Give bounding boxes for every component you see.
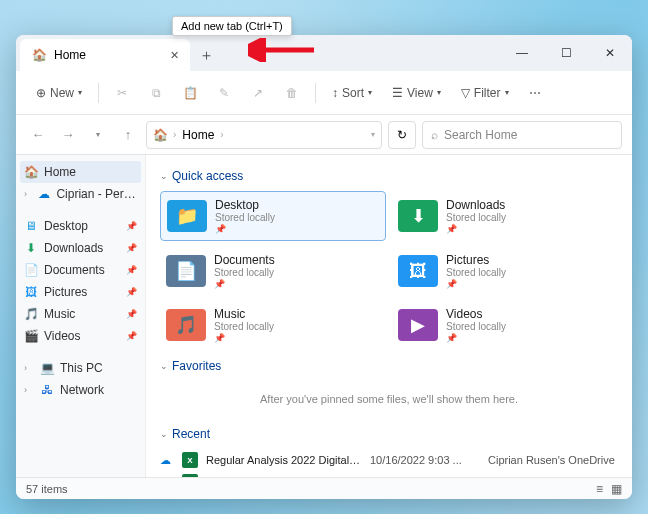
navigation-bar: ← → ▾ ↑ 🏠 › Home › ▾ ↻ ⌕ Search Home xyxy=(16,115,632,155)
excel-icon: X xyxy=(182,474,198,477)
cloud-icon: ☁ xyxy=(160,476,174,478)
home-icon: 🏠 xyxy=(153,128,167,142)
home-icon: 🏠 xyxy=(24,165,38,179)
forward-button[interactable]: → xyxy=(56,123,80,147)
sort-button[interactable]: ↕ Sort ▾ xyxy=(324,82,380,104)
share-icon: ↗ xyxy=(251,86,265,100)
desktop-icon: 🖥 xyxy=(24,219,38,233)
filter-button[interactable]: ▽ Filter ▾ xyxy=(453,82,517,104)
section-quick-access[interactable]: ⌄Quick access xyxy=(160,169,618,183)
pc-icon: 💻 xyxy=(40,361,54,375)
thumbnails-view-button[interactable]: ▦ xyxy=(611,482,622,496)
pin-icon: 📌 xyxy=(126,331,137,341)
details-view-button[interactable]: ≡ xyxy=(596,482,603,496)
new-tab-button[interactable]: ＋ xyxy=(190,39,222,71)
sidebar-item-onedrive[interactable]: › ☁ Ciprian - Personal xyxy=(16,183,145,205)
item-count: 57 items xyxy=(26,483,68,495)
chevron-right-icon: › xyxy=(220,129,223,140)
up-button[interactable]: ↑ xyxy=(116,123,140,147)
folder-icon: 📁 xyxy=(167,200,207,232)
titlebar: 🏠 Home ✕ ＋ — ☐ ✕ xyxy=(16,35,632,71)
favorites-empty-text: After you've pinned some files, we'll sh… xyxy=(160,381,618,421)
cut-button[interactable]: ✂ xyxy=(107,82,137,104)
sidebar-item-thispc[interactable]: ›💻This PC xyxy=(16,357,145,379)
new-button[interactable]: ⊕ New ▾ xyxy=(28,82,90,104)
chevron-right-icon[interactable]: › xyxy=(24,189,32,199)
search-icon: ⌕ xyxy=(431,128,438,142)
tab-home[interactable]: 🏠 Home ✕ xyxy=(20,39,190,71)
quick-access-desktop[interactable]: 📁 DesktopStored locally📌 xyxy=(160,191,386,241)
sidebar-item-desktop[interactable]: 🖥Desktop📌 xyxy=(16,215,145,237)
quick-access-downloads[interactable]: ⬇ DownloadsStored locally📌 xyxy=(392,191,618,241)
file-explorer-window: 🏠 Home ✕ ＋ — ☐ ✕ ⊕ New ▾ ✂ ⧉ 📋 ✎ ↗ 🗑 ↕ S… xyxy=(16,35,632,499)
chevron-down-icon[interactable]: ▾ xyxy=(371,130,375,139)
refresh-button[interactable]: ↻ xyxy=(388,121,416,149)
recent-file-row[interactable]: ☁ X Regular Analysis 2022 Digital Citize… xyxy=(160,471,618,477)
section-favorites[interactable]: ⌄Favorites xyxy=(160,359,618,373)
pin-icon: 📌 xyxy=(214,333,274,343)
cut-icon: ✂ xyxy=(115,86,129,100)
back-button[interactable]: ← xyxy=(26,123,50,147)
sidebar-item-home[interactable]: 🏠 Home xyxy=(20,161,141,183)
maximize-button[interactable]: ☐ xyxy=(544,35,588,71)
delete-icon: 🗑 xyxy=(285,86,299,100)
copy-button[interactable]: ⧉ xyxy=(141,82,171,104)
delete-button[interactable]: 🗑 xyxy=(277,82,307,104)
network-icon: 🖧 xyxy=(40,383,54,397)
home-icon: 🏠 xyxy=(32,48,46,62)
videos-icon: 🎬 xyxy=(24,329,38,343)
onedrive-icon: ☁ xyxy=(38,187,50,201)
pin-icon: 📌 xyxy=(215,224,275,234)
pin-icon: 📌 xyxy=(126,265,137,275)
recent-locations-button[interactable]: ▾ xyxy=(86,123,110,147)
pictures-icon: 🖼 xyxy=(24,285,38,299)
paste-button[interactable]: 📋 xyxy=(175,82,205,104)
folder-icon: 📄 xyxy=(166,255,206,287)
music-icon: 🎵 xyxy=(24,307,38,321)
folder-icon: 🖼 xyxy=(398,255,438,287)
chevron-right-icon: › xyxy=(173,129,176,140)
sidebar-item-pictures[interactable]: 🖼Pictures📌 xyxy=(16,281,145,303)
content-pane: ⌄Quick access 📁 DesktopStored locally📌 ⬇… xyxy=(146,155,632,477)
quick-access-videos[interactable]: ▶ VideosStored locally📌 xyxy=(392,301,618,349)
breadcrumb-home[interactable]: Home xyxy=(182,128,214,142)
copy-icon: ⧉ xyxy=(149,86,163,100)
annotation-arrow xyxy=(248,38,318,62)
sidebar-item-videos[interactable]: 🎬Videos📌 xyxy=(16,325,145,347)
command-bar: ⊕ New ▾ ✂ ⧉ 📋 ✎ ↗ 🗑 ↕ Sort ▾ ☰ View ▾ ▽ … xyxy=(16,71,632,115)
chevron-right-icon[interactable]: › xyxy=(24,385,34,395)
search-input[interactable]: ⌕ Search Home xyxy=(422,121,622,149)
more-button[interactable]: ⋯ xyxy=(521,82,549,104)
excel-icon: X xyxy=(182,452,198,468)
close-button[interactable]: ✕ xyxy=(588,35,632,71)
folder-icon: 🎵 xyxy=(166,309,206,341)
pin-icon: 📌 xyxy=(214,279,275,289)
downloads-icon: ⬇ xyxy=(24,241,38,255)
recent-file-row[interactable]: ☁ X Regular Analysis 2022 Digital Citize… xyxy=(160,449,618,471)
pin-icon: 📌 xyxy=(446,224,506,234)
chevron-right-icon[interactable]: › xyxy=(24,363,34,373)
quick-access-music[interactable]: 🎵 MusicStored locally📌 xyxy=(160,301,386,349)
tab-close-button[interactable]: ✕ xyxy=(166,47,182,63)
folder-icon: ▶ xyxy=(398,309,438,341)
sidebar-item-documents[interactable]: 📄Documents📌 xyxy=(16,259,145,281)
minimize-button[interactable]: — xyxy=(500,35,544,71)
share-button[interactable]: ↗ xyxy=(243,82,273,104)
pin-icon: 📌 xyxy=(446,279,506,289)
paste-icon: 📋 xyxy=(183,86,197,100)
sidebar-item-downloads[interactable]: ⬇Downloads📌 xyxy=(16,237,145,259)
tab-title: Home xyxy=(54,48,86,62)
rename-button[interactable]: ✎ xyxy=(209,82,239,104)
section-recent[interactable]: ⌄Recent xyxy=(160,427,618,441)
sidebar-item-network[interactable]: ›🖧Network xyxy=(16,379,145,401)
quick-access-pictures[interactable]: 🖼 PicturesStored locally📌 xyxy=(392,247,618,295)
status-bar: 57 items ≡ ▦ xyxy=(16,477,632,499)
rename-icon: ✎ xyxy=(217,86,231,100)
view-button[interactable]: ☰ View ▾ xyxy=(384,82,449,104)
pin-icon: 📌 xyxy=(446,333,506,343)
address-bar[interactable]: 🏠 › Home › ▾ xyxy=(146,121,382,149)
documents-icon: 📄 xyxy=(24,263,38,277)
search-placeholder: Search Home xyxy=(444,128,517,142)
sidebar-item-music[interactable]: 🎵Music📌 xyxy=(16,303,145,325)
quick-access-documents[interactable]: 📄 DocumentsStored locally📌 xyxy=(160,247,386,295)
